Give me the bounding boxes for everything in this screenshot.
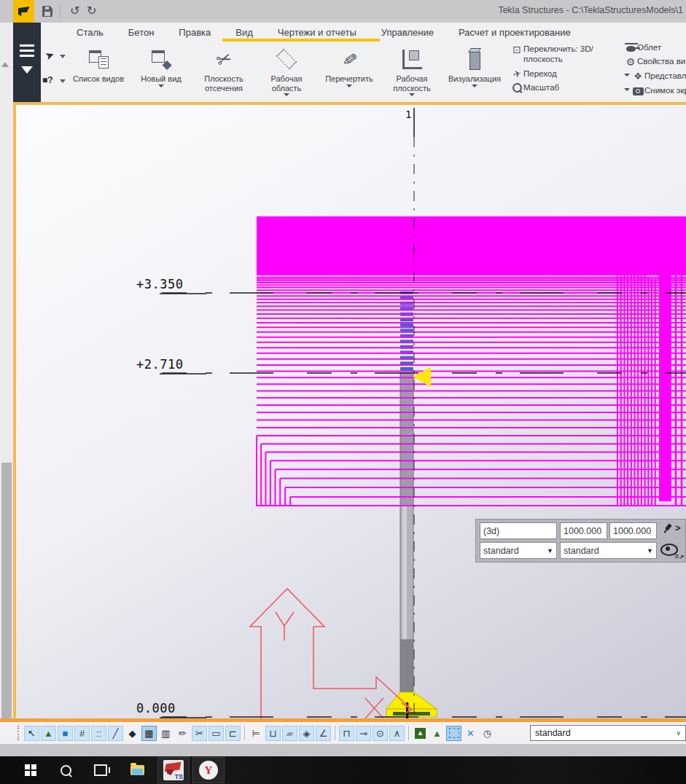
status-strip bbox=[0, 744, 686, 756]
zoom-history-icon[interactable]: ◷ bbox=[480, 726, 495, 741]
snap-endpoint-icon[interactable]: ⊸ bbox=[356, 726, 371, 741]
svg-text:0.000: 0.000 bbox=[136, 701, 176, 716]
redraw-icon: ✎ bbox=[342, 47, 356, 71]
snap-angle-icon[interactable]: ∠ bbox=[316, 726, 331, 741]
select-points-icon[interactable]: :: bbox=[91, 726, 106, 741]
menu-sidebar[interactable] bbox=[13, 23, 41, 102]
svg-text:1: 1 bbox=[405, 109, 411, 120]
viewtool-item-1[interactable]: Облет bbox=[624, 42, 686, 52]
toolbar-separator bbox=[335, 726, 335, 740]
ribbon-button-label: Новый вид bbox=[141, 74, 181, 84]
ribbon-group-view-tools: Облет⚙Свойства ви❖ПредставлеСнимок экр bbox=[624, 42, 686, 99]
expand-arrow-icon[interactable]: > bbox=[675, 522, 681, 533]
snap-grid-icon[interactable]: ▦ bbox=[141, 726, 157, 741]
snap-grid-lines-icon[interactable]: ▥ bbox=[158, 726, 174, 741]
select-cursor-icon[interactable]: ↖ bbox=[24, 726, 39, 741]
toolbar-separator bbox=[408, 726, 409, 740]
model-view-canvas[interactable]: 1+3.350+2.7100.000YX bbox=[16, 105, 686, 718]
yandex-browser-app[interactable]: Y bbox=[192, 757, 225, 783]
ribbon-button-1[interactable]: Список видов bbox=[67, 42, 130, 102]
tab-7[interactable]: Расчет и проектирование bbox=[459, 27, 571, 38]
nav-item-2[interactable]: ✈Переход bbox=[510, 68, 618, 79]
active-tab-indicator bbox=[222, 39, 380, 42]
nav-item-3[interactable]: Масштаб bbox=[510, 82, 618, 93]
list-views-icon bbox=[89, 47, 109, 71]
file-explorer-button[interactable] bbox=[122, 756, 152, 784]
clip-plane-icon: ✂ bbox=[217, 47, 232, 71]
component-select-icon[interactable]: ⊏ bbox=[225, 726, 241, 741]
left-scrollbar-thumb[interactable] bbox=[1, 463, 12, 718]
view-depth-down-field[interactable] bbox=[609, 522, 657, 539]
select-parts-icon[interactable]: ▲ bbox=[41, 726, 56, 741]
hamburger-menu-icon[interactable] bbox=[20, 44, 34, 47]
left-scrollbar[interactable] bbox=[0, 105, 13, 722]
tab-2[interactable]: Бетон bbox=[128, 27, 155, 38]
tekla-structures-app[interactable]: TS bbox=[157, 757, 190, 783]
viewtool-item-2[interactable]: ⚙Свойства ви bbox=[624, 56, 686, 67]
search-button[interactable] bbox=[51, 756, 80, 784]
save-icon[interactable] bbox=[42, 6, 52, 17]
viewtool-item-3[interactable]: ❖Представле bbox=[624, 71, 686, 81]
tab-5[interactable]: Чертежи и отчеты bbox=[278, 27, 356, 38]
list-launcher-icon[interactable]: ≡↗ bbox=[674, 552, 684, 560]
drag-drop-icon[interactable] bbox=[446, 726, 461, 741]
ribbon-button-5[interactable]: ✎Перечертить bbox=[318, 42, 381, 102]
snap-layers-icon[interactable]: ◈ bbox=[299, 726, 314, 741]
tab-4[interactable]: Вид bbox=[235, 27, 253, 38]
ribbon-button-3[interactable]: ✂Плоскость отсечения bbox=[192, 42, 255, 102]
select-switch-icon[interactable]: ✕ bbox=[463, 726, 478, 741]
toolbar-grip[interactable] bbox=[17, 726, 19, 740]
ribbon-button-2[interactable]: Новый вид bbox=[130, 42, 192, 102]
chevron-down-icon bbox=[624, 88, 630, 94]
title-bar: ↺ ↻ Tekla Structures - C:\TeklaStructure… bbox=[0, 0, 686, 23]
select-lines-icon[interactable]: ╱ bbox=[108, 726, 123, 741]
task-view-button[interactable] bbox=[86, 756, 115, 784]
start-button[interactable] bbox=[16, 756, 45, 784]
area-select-icon[interactable]: ▭ bbox=[208, 726, 224, 741]
snap-extension-icon[interactable]: ∧ bbox=[389, 726, 405, 741]
ribbon-button-6[interactable]: Рабочая плоскость bbox=[381, 42, 443, 102]
snap-free-icon[interactable]: ⊔ bbox=[265, 726, 281, 741]
snap-perpendicular-icon[interactable]: ⊓ bbox=[339, 726, 354, 741]
snap-plane-icon[interactable]: ▰ bbox=[282, 726, 297, 741]
yandex-browser-icon: Y bbox=[199, 761, 218, 780]
ribbon-button-7[interactable]: Визуализация bbox=[443, 42, 506, 102]
view-name-field[interactable] bbox=[480, 522, 557, 539]
undo-icon[interactable]: ↺ bbox=[70, 5, 79, 17]
select-solids-icon[interactable]: ◆ bbox=[125, 726, 140, 741]
pin-icon[interactable] bbox=[660, 522, 674, 535]
sidebar-collapse-icon[interactable] bbox=[21, 66, 33, 79]
ribbon-button-label: Список видов bbox=[73, 74, 124, 84]
selection-filter-combobox[interactable]: standard∨ bbox=[530, 725, 686, 741]
tekla-logo-button[interactable] bbox=[13, 0, 34, 23]
inquire-object-icon[interactable]: ■? bbox=[42, 75, 53, 85]
select-grids-icon[interactable]: # bbox=[74, 726, 90, 741]
viewtool-item-4[interactable]: Снимок экр bbox=[624, 85, 686, 95]
inquire-dropdown-icon[interactable] bbox=[60, 79, 66, 86]
snap-center-icon[interactable]: ⊙ bbox=[373, 726, 388, 741]
render-model-icon[interactable]: ▲ bbox=[413, 726, 428, 741]
tab-1[interactable]: Сталь bbox=[77, 27, 104, 38]
selection-filter-combo[interactable]: standard▼ bbox=[560, 542, 657, 559]
nav-item-1[interactable]: ⊡Переключить: 3D/ плоскость bbox=[510, 44, 618, 65]
tab-3[interactable]: Правка bbox=[179, 27, 211, 38]
render-parts-icon[interactable]: ▲ bbox=[429, 726, 445, 741]
ribbon-item-label: Свойства ви bbox=[637, 56, 685, 66]
scroll-up-arrow-icon[interactable] bbox=[1, 58, 9, 67]
view-properties-icon: ⚙ bbox=[624, 57, 637, 67]
snap-reference-icon[interactable]: ⊨ bbox=[249, 726, 264, 741]
ribbon-item-label: Облет bbox=[637, 42, 661, 52]
view-depth-up-field[interactable] bbox=[560, 522, 607, 539]
select-pointer-icon[interactable]: ➤ bbox=[43, 47, 56, 63]
smart-select-icon[interactable]: ✏ bbox=[175, 726, 190, 741]
chevron-down-icon bbox=[346, 85, 352, 90]
redo-icon[interactable]: ↻ bbox=[87, 5, 96, 17]
folder-icon bbox=[130, 765, 144, 775]
tab-6[interactable]: Управление bbox=[381, 27, 434, 38]
pointer-dropdown-icon[interactable] bbox=[60, 55, 66, 61]
ribbon-button-4[interactable]: Рабочая область bbox=[255, 42, 318, 102]
select-surfaces-icon[interactable]: ■ bbox=[58, 726, 73, 741]
helicopter-icon bbox=[624, 43, 637, 52]
view-filter-combo[interactable]: standard▼ bbox=[480, 542, 557, 559]
cut-icon[interactable]: ✂ bbox=[192, 726, 207, 741]
